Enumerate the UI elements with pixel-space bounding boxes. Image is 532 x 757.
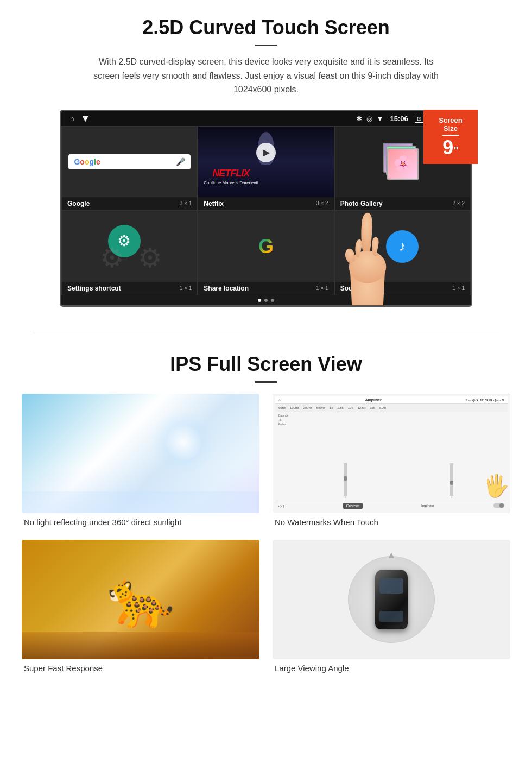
google-g-icon: G bbox=[258, 235, 274, 258]
settings-bg-icon: ⚙ bbox=[100, 242, 124, 274]
netflix-play-btn[interactable]: ▶ bbox=[256, 143, 276, 162]
netflix-brand: NETFLIX bbox=[204, 168, 258, 179]
sound-label: Sound Search bbox=[340, 285, 384, 292]
eq-bars-container: 0 0 🖐 bbox=[293, 414, 504, 499]
sound-label-row: Sound Search 1 × 1 bbox=[335, 282, 470, 295]
share-label-row: Share location 1 × 1 bbox=[198, 282, 333, 295]
google-bg: Google 🎤 bbox=[62, 127, 197, 197]
settings-bg-icon2: ⚙ bbox=[138, 242, 162, 274]
eq-val: 0 bbox=[345, 496, 346, 499]
app-cell-share[interactable]: G Share location 1 × 1 bbox=[198, 211, 334, 295]
app-cell-netflix[interactable]: ▶ NETFLIX Continue Marvel's Daredevil Ne… bbox=[198, 126, 334, 211]
google-search-bar[interactable]: Google 🎤 bbox=[68, 154, 190, 169]
eq-app-name: Amplifier bbox=[365, 398, 381, 402]
sky-image bbox=[22, 394, 259, 513]
eq-sidebar: Balance ◁) Fader bbox=[278, 414, 288, 499]
photo-size: 2 × 2 bbox=[452, 200, 465, 206]
netflix-label: Netflix bbox=[204, 200, 224, 207]
sky-label: No light reflecting under 360° direct su… bbox=[22, 518, 259, 527]
title-underline bbox=[255, 45, 277, 46]
section-curved: 2.5D Curved Touch Screen With 2.5D curve… bbox=[0, 0, 532, 320]
netflix-label-row: Netflix 3 × 2 bbox=[198, 197, 333, 210]
google-size: 3 × 1 bbox=[180, 200, 192, 206]
photo-label-row: Photo Gallery 2 × 2 bbox=[335, 197, 470, 210]
status-time: 15:06 bbox=[390, 115, 408, 123]
camera-icon[interactable]: ⊡ bbox=[415, 115, 423, 123]
screen-size-badge: Screen Size 9" bbox=[423, 110, 478, 164]
photo-stack: 🌸 bbox=[383, 143, 421, 181]
status-left: ⌂ ⯆ bbox=[70, 115, 89, 123]
device-screen: ⌂ ⯆ ✱ ◎ ▼ 15:06 ⊡ ◁) ✕ ▭ bbox=[60, 110, 472, 307]
sound-size: 1 × 1 bbox=[452, 285, 465, 291]
dot-3[interactable] bbox=[271, 299, 274, 302]
car-direction-arrow: ▲ bbox=[387, 550, 396, 561]
section2-title: IPS Full Screen View bbox=[22, 353, 510, 376]
car-view-wrapper: ▲ bbox=[273, 540, 510, 659]
eq-nav-icon: ◁◁ bbox=[278, 504, 284, 508]
eq-icons: ≡ ··· ◎ ▼ 17:33 ⊡ ◁) ▭ ⟳ bbox=[466, 398, 504, 402]
dot-1[interactable] bbox=[258, 299, 261, 302]
car-windshield bbox=[379, 578, 403, 594]
wifi-icon: ▼ bbox=[377, 115, 384, 123]
cheetah-label: Super Fast Response bbox=[22, 664, 259, 673]
device-container: Screen Size 9" ⌂ ⯆ ✱ ◎ ▼ 15:06 ⊡ ◁) bbox=[60, 110, 472, 307]
eq-home-icon: ⌂ bbox=[278, 398, 281, 402]
google-logo: Google bbox=[74, 157, 100, 166]
settings-label: Settings shortcut bbox=[67, 285, 121, 292]
app-cell-google[interactable]: Google 🎤 Google 3 × 1 bbox=[61, 126, 198, 211]
mic-icon[interactable]: 🎤 bbox=[176, 157, 185, 166]
photo-card-1: 🌸 bbox=[387, 148, 419, 180]
dot-2[interactable] bbox=[264, 299, 268, 302]
eq-loudness: loudness bbox=[421, 504, 434, 507]
app-cell-settings[interactable]: ⚙ ⚙ ⚙ Settings shortcut 1 × 1 bbox=[61, 211, 198, 295]
feature-car: ▲ Large Viewing Angle bbox=[273, 540, 510, 673]
sound-bg: ♪ bbox=[335, 211, 470, 282]
settings-size: 1 × 1 bbox=[180, 285, 192, 291]
eq-slider2 bbox=[450, 481, 453, 485]
cheetah-image bbox=[22, 540, 259, 659]
section-divider bbox=[33, 331, 499, 331]
eq-track bbox=[344, 463, 347, 496]
features-grid: No light reflecting under 360° direct su… bbox=[22, 394, 510, 673]
badge-divider bbox=[442, 135, 459, 136]
ips-title-underline bbox=[255, 381, 277, 383]
settings-bg: ⚙ ⚙ ⚙ bbox=[62, 211, 197, 282]
feature-image-eq: ⌂ Amplifier ≡ ··· ◎ ▼ 17:33 ⊡ ◁) ▭ ⟳ 60h… bbox=[273, 394, 510, 513]
share-label: Share location bbox=[204, 285, 249, 292]
feature-image-sky bbox=[22, 394, 259, 513]
eq-footer: ◁◁ Custom loudness bbox=[275, 501, 508, 510]
google-label: Google bbox=[67, 200, 90, 207]
music-note-icon: ♪ bbox=[399, 238, 406, 255]
eq-slider bbox=[344, 476, 347, 481]
location-icon: ◎ bbox=[366, 115, 372, 123]
section-ips: IPS Full Screen View No light reflecting… bbox=[0, 342, 532, 689]
eq-bar-group: 0 bbox=[293, 463, 398, 499]
netflix-size: 3 × 2 bbox=[316, 200, 328, 206]
feature-equalizer: ⌂ Amplifier ≡ ··· ◎ ▼ 17:33 ⊡ ◁) ▭ ⟳ 60h… bbox=[273, 394, 510, 527]
sound-icon-circle: ♪ bbox=[386, 230, 419, 263]
app-grid-row2-wrapper: ⚙ ⚙ ⚙ Settings shortcut 1 × 1 bbox=[61, 211, 471, 295]
feature-sky: No light reflecting under 360° direct su… bbox=[22, 394, 259, 527]
eq-header: ⌂ Amplifier ≡ ··· ◎ ▼ 17:33 ⊡ ◁) ▭ ⟳ bbox=[275, 396, 508, 404]
feature-cheetah: Super Fast Response bbox=[22, 540, 259, 673]
eq-content: Balance ◁) Fader 0 bbox=[275, 412, 508, 501]
sound-cell-inner: ♪ bbox=[335, 211, 470, 282]
status-bar: ⌂ ⯆ ✱ ◎ ▼ 15:06 ⊡ ◁) ✕ ▭ bbox=[61, 111, 471, 126]
home-icon[interactable]: ⌂ bbox=[70, 115, 74, 123]
eq-toggle-knob bbox=[499, 503, 504, 508]
share-cell-inner: G bbox=[198, 211, 333, 282]
settings-icon-wrapper: ⚙ ⚙ ⚙ bbox=[108, 225, 151, 268]
car-body bbox=[375, 570, 408, 629]
app-grid-row1: Google 🎤 Google 3 × 1 bbox=[61, 126, 471, 211]
usb-icon: ⯆ bbox=[82, 115, 89, 123]
eq-custom-btn[interactable]: Custom bbox=[343, 503, 363, 509]
eq-label: No Watermarks When Touch bbox=[273, 518, 510, 527]
eq-toggle[interactable] bbox=[493, 503, 504, 508]
touch-hand-icon: 🖐 bbox=[483, 473, 510, 499]
netflix-logo: NETFLIX Continue Marvel's Daredevil bbox=[204, 168, 258, 185]
badge-size: 9" bbox=[442, 136, 459, 159]
netflix-subtitle: Continue Marvel's Daredevil bbox=[204, 180, 258, 185]
sun-glow bbox=[151, 410, 216, 475]
app-cell-sound[interactable]: ♪ Sound Search 1 × 1 bbox=[334, 211, 471, 295]
car-rear-window bbox=[379, 611, 403, 622]
